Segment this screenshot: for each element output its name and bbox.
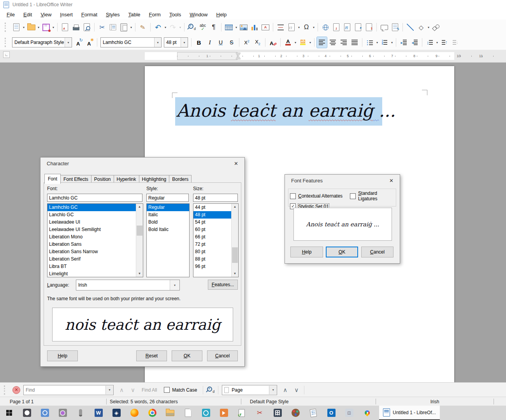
font-name-combo[interactable]: Lamhchlo GC ▾ — [100, 37, 162, 47]
character-dialog-titlebar[interactable]: Character ✕ — [40, 158, 244, 169]
insert-table-dropdown[interactable]: ▾ — [234, 26, 238, 29]
insert-page-break-button[interactable] — [276, 22, 286, 33]
help-button[interactable]: Help — [290, 247, 323, 257]
font-size-combo[interactable]: 48 pt ▾ — [164, 37, 188, 47]
cancel-button[interactable]: Cancel — [207, 350, 238, 361]
taskbar-alarms-clock[interactable] — [18, 406, 36, 420]
new-document-button[interactable] — [11, 22, 21, 33]
menu-item[interactable]: View — [36, 10, 56, 19]
size-list-item[interactable]: 44 pt — [193, 204, 232, 211]
insert-special-character-button[interactable]: Ω — [301, 22, 311, 33]
size-list[interactable]: 44 pt48 pt54 pt60 pt66 pt72 pt80 pt88 pt… — [193, 203, 239, 277]
taskbar-calculator[interactable] — [269, 406, 286, 420]
paste-dropdown[interactable]: ▾ — [129, 26, 133, 29]
insert-table-button[interactable] — [224, 22, 234, 33]
style-list-item[interactable]: Regular — [147, 204, 189, 211]
redo-button[interactable]: ↷ — [168, 22, 178, 33]
insert-bookmark-button[interactable]: [i] — [342, 22, 352, 33]
print-button[interactable] — [71, 22, 81, 33]
paragraph-style-combo[interactable]: Default Paragraph Style ▾ — [12, 37, 72, 47]
insert-chart-button[interactable] — [249, 22, 260, 33]
save-dropdown[interactable]: ▾ — [51, 26, 55, 29]
close-icon[interactable]: ✕ — [387, 177, 396, 184]
redo-dropdown[interactable]: ▾ — [178, 26, 182, 29]
search-type-combo[interactable]: Page ▾ — [222, 385, 277, 395]
menu-item[interactable]: File — [2, 10, 19, 19]
menu-item[interactable]: Window — [185, 10, 212, 19]
size-list-item[interactable]: 80 pt — [193, 248, 232, 256]
unordered-list-dropdown[interactable]: ▾ — [375, 41, 379, 44]
font-color-button[interactable]: A — [283, 37, 293, 48]
toolbar-grip[interactable] — [4, 385, 7, 395]
style-list[interactable]: RegularItalicBoldBold Italic — [146, 203, 190, 277]
taskbar-active-window[interactable]: Untitled 1 - LibreOf... — [379, 406, 440, 420]
highlight-color-dropdown[interactable]: ▾ — [308, 41, 312, 44]
close-find-bar-icon[interactable]: ✕ — [12, 386, 20, 394]
justify-button[interactable] — [350, 37, 360, 48]
size-input[interactable] — [193, 194, 238, 202]
menu-item[interactable]: Styles — [102, 10, 124, 19]
size-list-item[interactable]: 72 pt — [193, 241, 232, 248]
font-size-dropdown[interactable]: ▾ — [181, 38, 188, 47]
cancel-button[interactable]: Cancel — [361, 247, 394, 257]
language-combo[interactable]: Irish ▾ — [76, 280, 180, 290]
new-document-dropdown[interactable]: ▾ — [22, 26, 26, 29]
word-count-status[interactable]: Selected: 5 words, 26 characters — [107, 397, 241, 406]
size-list-item[interactable]: 88 pt — [193, 256, 232, 263]
font-list-item[interactable]: Leelawadee UI — [47, 219, 136, 226]
ordered-list-button[interactable]: 123 — [380, 37, 390, 48]
taskbar-libreoffice[interactable] — [179, 406, 197, 420]
cut-button[interactable]: ✂ — [97, 22, 107, 33]
font-list-item[interactable]: Lanchlo GC — [47, 211, 136, 219]
next-element-icon[interactable]: ∨ — [291, 387, 302, 394]
paragraph-style-dropdown[interactable]: ▾ — [65, 38, 72, 47]
align-left-button[interactable] — [317, 37, 327, 48]
align-center-button[interactable] — [328, 37, 338, 48]
scroll-down-icon[interactable]: ▼ — [136, 271, 143, 277]
insert-footnote-button[interactable]: 1 — [331, 22, 341, 33]
taskbar-virtualbox[interactable]: ◈ — [107, 406, 125, 420]
standard-ligatures-checkbox[interactable]: Standard Ligatures — [350, 191, 396, 201]
find-all-button[interactable]: Find All — [142, 387, 157, 393]
dialog-tab[interactable]: Font — [44, 174, 61, 184]
font-list[interactable]: Lamhchlo GCLanchlo GCLeelawadee UILeelaw… — [47, 203, 143, 277]
subscript-button[interactable]: X2 — [253, 37, 263, 48]
toolbar-grip[interactable] — [5, 23, 8, 32]
font-list-item[interactable]: Leelawadee UI Semilight — [47, 226, 136, 233]
find-replace-button[interactable]: da — [187, 22, 197, 33]
font-list-item[interactable]: Lamhchlo GC — [47, 204, 136, 211]
font-list-scrollbar[interactable]: ▲ ▼ — [136, 204, 143, 277]
basic-shapes-button[interactable]: ◇ — [416, 22, 426, 33]
taskbar-document-converter[interactable]: ↺ — [233, 406, 251, 420]
find-and-replace-button[interactable]: da — [206, 385, 216, 396]
previous-element-icon[interactable]: ∧ — [279, 387, 291, 394]
insert-image-button[interactable] — [239, 22, 249, 33]
increase-indent-button[interactable]: ▸ — [399, 37, 409, 48]
reset-button[interactable]: Reset — [136, 350, 167, 361]
size-list-item[interactable]: 54 pt — [193, 219, 232, 226]
formatting-marks-button[interactable]: ¶ — [209, 22, 219, 33]
decrease-indent-button[interactable]: ◂ — [409, 37, 420, 48]
language-dropdown[interactable]: ▾ — [170, 280, 179, 290]
taskbar-google-maps[interactable] — [358, 406, 376, 420]
track-changes-button[interactable]: ✎ — [390, 22, 400, 33]
page-number-status[interactable]: Page 1 of 1 — [0, 397, 106, 406]
line-spacing-button[interactable]: ↕ — [425, 37, 435, 48]
size-list-item[interactable]: 66 pt — [193, 233, 232, 241]
font-list-item[interactable]: Liberation Sans Narrow — [47, 248, 136, 256]
checkbox-icon[interactable] — [290, 193, 296, 199]
scroll-up-icon[interactable]: ▲ — [232, 204, 238, 210]
decrease-paragraph-spacing-button[interactable]: ↓ — [450, 37, 460, 48]
undo-dropdown[interactable]: ▾ — [163, 26, 167, 29]
help-button[interactable]: Help — [47, 350, 78, 361]
paste-button[interactable] — [119, 22, 129, 33]
show-draw-functions-button[interactable] — [431, 22, 441, 33]
ok-button[interactable]: OK — [326, 247, 358, 257]
scroll-up-icon[interactable]: ▲ — [136, 204, 143, 210]
scrollbar-thumb[interactable] — [232, 247, 238, 263]
menu-item[interactable]: Insert — [56, 10, 77, 19]
start-button[interactable] — [0, 406, 18, 420]
ordered-list-dropdown[interactable]: ▾ — [390, 41, 394, 44]
increase-paragraph-spacing-button[interactable]: ↑ — [439, 37, 450, 48]
special-character-dropdown[interactable]: ▾ — [312, 26, 316, 29]
